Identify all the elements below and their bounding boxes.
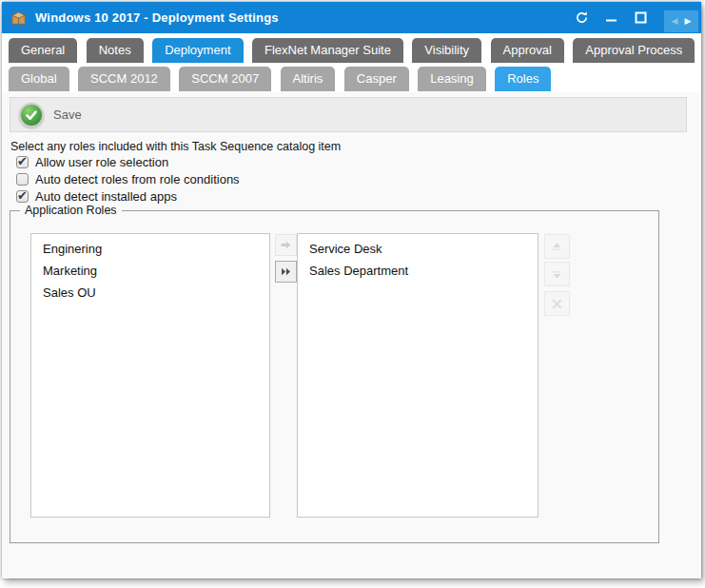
- list-item[interactable]: Sales Department: [298, 260, 538, 282]
- maximize-icon: [635, 11, 647, 24]
- application-roles-group: Application Roles Enginering Marketing S…: [10, 210, 659, 543]
- package-icon: [10, 10, 28, 26]
- arrow-up-icon: [550, 240, 564, 254]
- add-role-button[interactable]: [275, 234, 297, 256]
- group-title: Application Roles: [20, 204, 122, 217]
- tab-flexnet-manager-suite[interactable]: FlexNet Manager Suite: [252, 38, 403, 63]
- arrow-right-icon: [280, 239, 292, 251]
- list-item[interactable]: Service Desk: [298, 238, 538, 260]
- list-item[interactable]: Enginering: [31, 238, 269, 260]
- tab-scroll-right-icon[interactable]: ▶: [685, 17, 692, 26]
- delete-x-icon: [550, 297, 564, 311]
- title-bar: Windows 10 2017 - Deployment Settings: [2, 2, 701, 33]
- double-arrow-right-icon: [280, 265, 292, 278]
- list-item[interactable]: Marketing: [31, 260, 269, 282]
- save-check-icon: [19, 103, 44, 127]
- tab-notes[interactable]: Notes: [87, 38, 144, 63]
- tab-scroll-left-icon[interactable]: ◀: [672, 17, 678, 26]
- window-title: Windows 10 2017 - Deployment Settings: [35, 10, 279, 25]
- arrow-down-icon: [550, 267, 564, 282]
- refresh-button[interactable]: [570, 7, 594, 29]
- roles-tab-content: Save Select any roles included with this…: [2, 92, 701, 578]
- tab-approval-process[interactable]: Approval Process: [573, 38, 695, 63]
- deployment-settings-window: Windows 10 2017 - Deployment Settings: [2, 2, 701, 578]
- available-roles-list[interactable]: Enginering Marketing Sales OU: [30, 233, 270, 518]
- checkbox-box[interactable]: [16, 156, 29, 168]
- tab-scroll-box: ◀ ▶: [664, 10, 698, 32]
- checkbox-auto-detect-installed-apps[interactable]: Auto detect installed apps: [16, 189, 177, 204]
- move-down-button[interactable]: [544, 262, 570, 286]
- primary-tab-strip: General Notes Deployment FlexNet Manager…: [2, 33, 701, 63]
- toolbar: Save: [10, 97, 687, 132]
- remove-role-button[interactable]: [544, 291, 570, 316]
- minimize-icon: [605, 11, 617, 24]
- add-all-roles-button[interactable]: [275, 261, 297, 283]
- tab-visibility[interactable]: Visibility: [412, 38, 481, 63]
- move-up-button[interactable]: [544, 234, 570, 259]
- tab-general[interactable]: General: [9, 38, 77, 63]
- tab-sccm-2007[interactable]: SCCM 2007: [179, 67, 271, 91]
- checkbox-label: Auto detect roles from role conditions: [35, 172, 240, 186]
- checkbox-allow-user-role-selection[interactable]: Allow user role selection: [16, 155, 168, 169]
- assigned-roles-list[interactable]: Service Desk Sales Department: [297, 233, 539, 518]
- tab-deployment[interactable]: Deployment: [152, 38, 243, 63]
- tab-approval[interactable]: Approval: [491, 38, 564, 63]
- checkbox-box[interactable]: [16, 173, 29, 186]
- save-button-label: Save: [53, 108, 82, 122]
- screenshot-stage: Windows 10 2017 - Deployment Settings: [0, 0, 705, 588]
- tab-global[interactable]: Global: [9, 67, 69, 91]
- secondary-tab-strip: Global SCCM 2012 SCCM 2007 Altiris Caspe…: [2, 63, 701, 92]
- tab-leasing[interactable]: Leasing: [418, 67, 486, 91]
- minimize-button[interactable]: [599, 7, 623, 29]
- checkbox-box[interactable]: [16, 190, 29, 203]
- tab-altiris[interactable]: Altiris: [281, 67, 336, 91]
- refresh-icon: [575, 10, 589, 25]
- maximize-button[interactable]: [629, 7, 653, 29]
- save-button[interactable]: Save: [10, 98, 95, 131]
- checkbox-auto-detect-roles[interactable]: Auto detect roles from role conditions: [16, 172, 240, 186]
- list-item[interactable]: Sales OU: [31, 282, 269, 304]
- tab-sccm-2012[interactable]: SCCM 2012: [78, 67, 170, 91]
- tab-roles[interactable]: Roles: [495, 67, 551, 91]
- tab-casper[interactable]: Casper: [344, 67, 409, 91]
- checkbox-label: Allow user role selection: [35, 155, 168, 169]
- checkbox-label: Auto detect installed apps: [35, 189, 177, 204]
- instruction-text: Select any roles included with this Task…: [10, 140, 341, 153]
